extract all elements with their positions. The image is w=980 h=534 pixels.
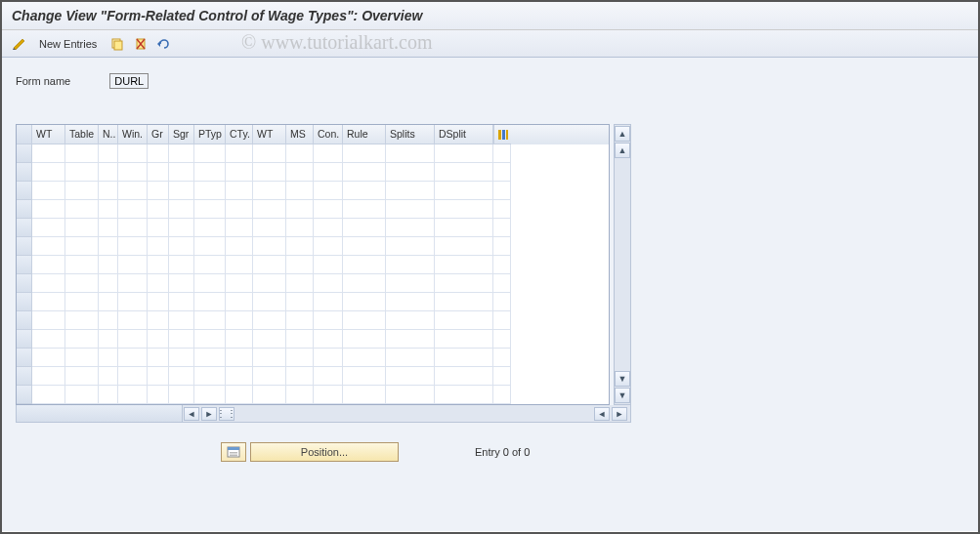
cell[interactable] (194, 163, 226, 182)
cell[interactable] (118, 256, 148, 274)
cell[interactable] (435, 349, 493, 367)
cell[interactable] (286, 349, 314, 367)
cell[interactable] (286, 311, 314, 330)
cell[interactable] (253, 349, 286, 367)
cell[interactable] (435, 200, 493, 219)
cell[interactable] (343, 386, 386, 404)
row-selector[interactable] (17, 367, 32, 386)
cell[interactable] (169, 274, 194, 293)
cell[interactable] (286, 293, 314, 311)
cell[interactable] (253, 219, 286, 237)
cell[interactable] (32, 219, 65, 237)
col-header-n[interactable]: N.. (99, 125, 118, 144)
cell[interactable] (118, 144, 148, 163)
cell[interactable] (32, 182, 65, 200)
copy-icon[interactable] (108, 35, 126, 53)
cell[interactable] (435, 367, 493, 386)
cell[interactable] (253, 144, 286, 163)
cell[interactable] (148, 311, 169, 330)
cell[interactable] (32, 330, 65, 349)
table-row[interactable] (17, 311, 609, 330)
cell[interactable] (386, 349, 435, 367)
cell[interactable] (65, 200, 99, 219)
cell[interactable] (226, 182, 253, 200)
row-selector[interactable] (17, 349, 32, 367)
scroll-right-icon[interactable]: ► (201, 407, 217, 421)
cell[interactable] (65, 182, 99, 200)
cell[interactable] (65, 219, 99, 237)
cell[interactable] (194, 349, 226, 367)
cell[interactable] (314, 367, 343, 386)
horizontal-scrollbar[interactable]: ◄ ► ⋮⋮ ◄ ► (16, 405, 631, 423)
cell[interactable] (314, 349, 343, 367)
cell[interactable] (65, 237, 99, 256)
cell[interactable] (435, 311, 493, 330)
table-row[interactable] (17, 386, 609, 404)
cell[interactable] (148, 144, 169, 163)
toggle-icon[interactable] (10, 35, 27, 53)
row-selector[interactable] (17, 182, 32, 200)
cell[interactable] (99, 200, 118, 219)
cell[interactable] (169, 163, 194, 182)
scroll-up-icon[interactable]: ▲ (615, 126, 630, 142)
cell[interactable] (118, 219, 148, 237)
cell[interactable] (386, 386, 435, 404)
cell[interactable] (32, 200, 65, 219)
cell[interactable] (386, 237, 435, 256)
cell[interactable] (314, 163, 343, 182)
cell[interactable] (118, 293, 148, 311)
cell[interactable] (32, 256, 65, 274)
cell[interactable] (314, 256, 343, 274)
cell[interactable] (314, 386, 343, 404)
cell[interactable] (314, 330, 343, 349)
cell[interactable] (253, 237, 286, 256)
cell[interactable] (226, 349, 253, 367)
cell[interactable] (226, 330, 253, 349)
cell[interactable] (194, 256, 226, 274)
cell[interactable] (169, 311, 194, 330)
cell[interactable] (99, 256, 118, 274)
cell[interactable] (148, 367, 169, 386)
row-selector[interactable] (17, 144, 32, 163)
col-header-win[interactable]: Win. (118, 125, 148, 144)
cell[interactable] (99, 367, 118, 386)
scroll-down-icon[interactable]: ▼ (615, 388, 630, 403)
cell[interactable] (148, 274, 169, 293)
cell[interactable] (286, 200, 314, 219)
cell[interactable] (118, 330, 148, 349)
cell[interactable] (286, 182, 314, 200)
cell[interactable] (169, 237, 194, 256)
cell[interactable] (169, 144, 194, 163)
row-selector[interactable] (17, 163, 32, 182)
position-button[interactable]: Position... (250, 442, 399, 462)
cell[interactable] (32, 144, 65, 163)
undo-icon[interactable] (155, 35, 173, 53)
cell[interactable] (386, 367, 435, 386)
cell[interactable] (286, 367, 314, 386)
cell[interactable] (194, 144, 226, 163)
cell[interactable] (343, 182, 386, 200)
cell[interactable] (314, 237, 343, 256)
vertical-scrollbar[interactable]: ▲ ▲ ▼ ▼ (614, 124, 631, 405)
cell[interactable] (194, 274, 226, 293)
cell[interactable] (435, 144, 493, 163)
row-selector[interactable] (17, 219, 32, 237)
table-row[interactable] (17, 163, 609, 182)
scroll-right-end-icon[interactable]: ► (612, 407, 627, 421)
cell[interactable] (194, 330, 226, 349)
cell[interactable] (169, 219, 194, 237)
table-row[interactable] (17, 237, 609, 256)
cell[interactable] (226, 237, 253, 256)
cell[interactable] (386, 182, 435, 200)
cell[interactable] (386, 293, 435, 311)
cell[interactable] (65, 311, 99, 330)
cell[interactable] (286, 330, 314, 349)
cell[interactable] (118, 182, 148, 200)
row-selector[interactable] (17, 293, 32, 311)
cell[interactable] (343, 163, 386, 182)
cell[interactable] (32, 293, 65, 311)
cell[interactable] (386, 163, 435, 182)
cell[interactable] (226, 293, 253, 311)
cell[interactable] (32, 367, 65, 386)
cell[interactable] (343, 311, 386, 330)
